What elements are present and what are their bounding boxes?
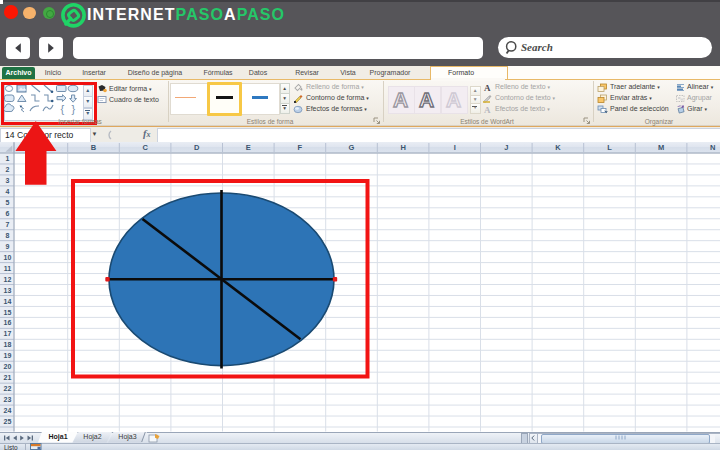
svg-text:9: 9 <box>6 243 10 250</box>
svg-text:1: 1 <box>6 155 10 162</box>
svg-text:L: L <box>607 143 612 152</box>
svg-text:I: I <box>454 143 456 152</box>
svg-text:11: 11 <box>4 265 12 272</box>
svg-text:23: 23 <box>4 396 12 403</box>
svg-text:19: 19 <box>4 352 12 359</box>
svg-text:A: A <box>418 88 433 111</box>
svg-text:E: E <box>246 143 251 152</box>
svg-text:A: A <box>445 88 460 111</box>
svg-text:A: A <box>392 88 407 111</box>
svg-text:7: 7 <box>6 221 10 228</box>
svg-text:2: 2 <box>6 166 10 173</box>
svg-text:A: A <box>484 83 491 92</box>
svg-text:3: 3 <box>6 177 10 184</box>
svg-text:8: 8 <box>6 232 10 239</box>
svg-text:J: J <box>504 143 508 152</box>
svg-text:14: 14 <box>4 298 12 305</box>
svg-text:10: 10 <box>4 254 12 261</box>
svg-text:F: F <box>298 143 303 152</box>
svg-text:20: 20 <box>4 363 12 370</box>
svg-text:21: 21 <box>4 374 12 381</box>
svg-text:5: 5 <box>6 199 10 206</box>
svg-text:4: 4 <box>6 188 10 195</box>
svg-text:B: B <box>91 143 97 152</box>
svg-text:H: H <box>400 143 405 152</box>
svg-text:C: C <box>142 143 148 152</box>
svg-text:D: D <box>194 143 200 152</box>
svg-text:A: A <box>484 105 491 114</box>
svg-text:16: 16 <box>4 319 12 326</box>
svg-text:17: 17 <box>4 330 12 337</box>
svg-text:25: 25 <box>4 418 12 425</box>
svg-text:24: 24 <box>4 407 12 414</box>
svg-text:N: N <box>710 143 715 152</box>
svg-text:18: 18 <box>4 341 12 348</box>
svg-text:12: 12 <box>4 276 12 283</box>
svg-text:G: G <box>349 143 355 152</box>
svg-text:K: K <box>555 143 561 152</box>
svg-text:13: 13 <box>4 287 12 294</box>
svg-text:M: M <box>658 143 664 152</box>
svg-text:6: 6 <box>6 210 10 217</box>
svg-text:22: 22 <box>4 385 12 392</box>
svg-text:15: 15 <box>4 309 12 316</box>
